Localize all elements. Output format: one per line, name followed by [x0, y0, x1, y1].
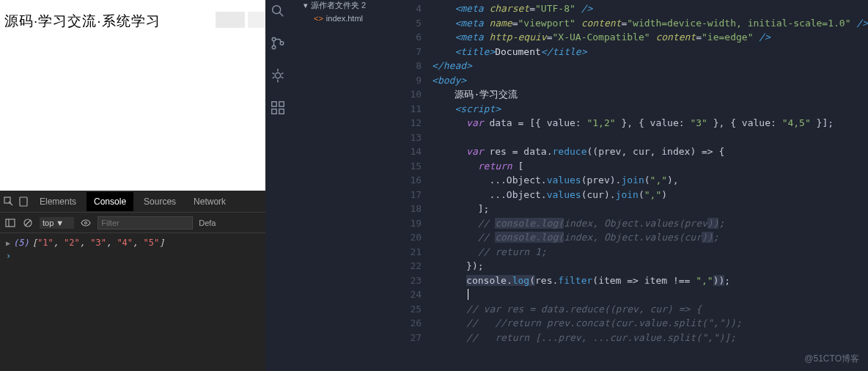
context-select[interactable]: top ▼: [40, 217, 74, 229]
context-value: top: [43, 218, 54, 227]
svg-rect-20: [271, 109, 276, 114]
svg-line-17: [272, 77, 274, 78]
svg-point-9: [272, 37, 276, 41]
svg-point-12: [275, 73, 280, 78]
filter-input[interactable]: [98, 216, 193, 229]
search-icon[interactable]: [270, 3, 286, 22]
tab-console[interactable]: Console: [87, 192, 133, 211]
explorer-tree: ▾ 源作者文件夹 2 <> index.html: [301, 0, 411, 24]
devtools-tabs: Elements Console Sources Network: [0, 191, 265, 213]
browser-viewport: 源码·学习交流·系统学习: [0, 0, 265, 191]
inspect-icon[interactable]: [3, 196, 15, 207]
svg-line-5: [25, 220, 31, 226]
svg-point-11: [280, 42, 284, 45]
svg-rect-1: [20, 197, 27, 206]
file-row[interactable]: <> index.html: [301, 12, 411, 24]
source-control-icon[interactable]: [270, 35, 286, 54]
folder-row[interactable]: ▾ 源作者文件夹 2: [301, 0, 411, 12]
array-length: (5): [13, 238, 29, 248]
console-row[interactable]: ▶ (5) ["1", "2", "3", "4", "5"]: [6, 236, 260, 249]
expand-arrow-icon[interactable]: ▶: [6, 239, 10, 247]
svg-rect-21: [279, 109, 283, 114]
eye-icon[interactable]: [80, 217, 92, 229]
folder-name: 源作者文件夹 2: [311, 0, 366, 11]
log-levels[interactable]: Defa: [199, 218, 216, 227]
redacted-block: [248, 12, 265, 28]
line-gutter: 4567891011121314151617181920212223242526…: [400, 0, 432, 371]
console-output: ▶ (5) ["1", "2", "3", "4", "5"] ›: [0, 233, 265, 265]
svg-rect-2: [6, 219, 15, 227]
console-toolbar: top ▼ Defa: [0, 213, 265, 233]
vscode-editor: ▾ 源作者文件夹 2 <> index.html 456789101112131…: [265, 0, 868, 371]
svg-line-15: [272, 73, 274, 74]
svg-point-6: [85, 221, 87, 224]
device-icon[interactable]: [18, 196, 29, 207]
array-values: ["1", "2", "3", "4", "5"]: [32, 238, 165, 248]
chevron-down-icon: ▾: [304, 1, 308, 10]
svg-point-10: [272, 45, 276, 49]
activity-bar: [265, 0, 290, 371]
svg-point-7: [272, 6, 280, 14]
tab-network[interactable]: Network: [186, 192, 233, 211]
code-content[interactable]: <meta charset="UTF-8" /> <meta name="vie…: [432, 0, 868, 371]
svg-line-16: [281, 73, 283, 74]
svg-line-8: [279, 12, 283, 16]
code-editor[interactable]: 4567891011121314151617181920212223242526…: [400, 0, 868, 371]
redacted-block: [216, 12, 245, 28]
sidebar-toggle-icon[interactable]: [4, 217, 16, 229]
debug-icon[interactable]: [270, 67, 286, 87]
console-prompt[interactable]: ›: [6, 249, 260, 262]
svg-line-18: [281, 77, 283, 78]
watermark: @51CTO博客: [804, 353, 859, 365]
svg-rect-22: [279, 102, 283, 106]
html-file-icon: <>: [314, 14, 323, 23]
tab-sources[interactable]: Sources: [136, 192, 183, 211]
svg-rect-19: [271, 102, 276, 106]
file-name: index.html: [326, 14, 363, 23]
page-title-text: 源码·学习交流·系统学习: [4, 12, 161, 31]
tab-elements[interactable]: Elements: [32, 192, 84, 211]
clear-icon[interactable]: [22, 217, 34, 229]
devtools-panel: Elements Console Sources Network top ▼ D…: [0, 191, 265, 371]
extensions-icon[interactable]: [270, 100, 286, 119]
